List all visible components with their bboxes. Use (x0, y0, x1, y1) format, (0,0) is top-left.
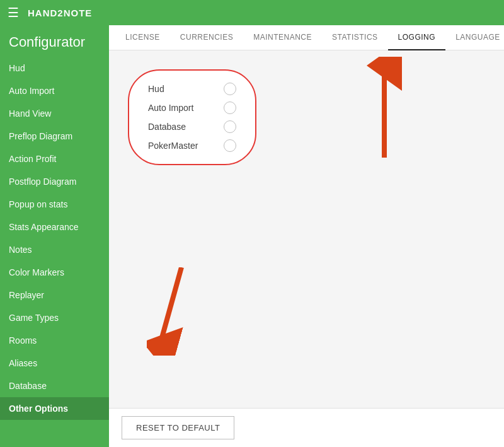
logging-row-hud: Hud (148, 79, 236, 98)
main-layout: Configurator Hud Auto Import Hand View P… (0, 25, 504, 447)
tab-logging[interactable]: LOGGING (388, 25, 446, 50)
sidebar-item-color-markers[interactable]: Color Markers (0, 261, 109, 284)
content-area: LICENSE CURRENCIES MAINTENANCE STATISTIC… (109, 25, 504, 447)
arrow-down-indicator (147, 267, 197, 357)
toggle-pokermaster[interactable] (224, 139, 236, 152)
sidebar-item-stats-appearance[interactable]: Stats Appearance (0, 216, 109, 238)
tab-currencies[interactable]: CURRENCIES (170, 25, 243, 50)
sidebar-item-other-options[interactable]: Other Options (0, 397, 109, 420)
sidebar-item-auto-import[interactable]: Auto Import (0, 79, 109, 102)
app-title: HAND2NOTE (28, 8, 92, 18)
tab-language[interactable]: LANGUAGE (445, 25, 504, 50)
tab-maintenance[interactable]: MAINTENANCE (243, 25, 322, 50)
logging-label-pokermaster: PokerMaster (148, 141, 211, 151)
sidebar-item-preflop-diagram[interactable]: Preflop Diagram (0, 125, 109, 148)
tab-license[interactable]: LICENSE (115, 25, 170, 50)
topbar: ☰ HAND2NOTE (0, 0, 504, 25)
bottom-bar: RESET TO DEFAULT (109, 408, 504, 447)
tab-content-logging: Hud Auto Import Database PokerMaster (109, 50, 504, 408)
sidebar-item-notes[interactable]: Notes (0, 238, 109, 261)
logging-row-pokermaster: PokerMaster (148, 136, 236, 155)
svg-line-3 (159, 267, 181, 347)
reset-to-default-button[interactable]: RESET TO DEFAULT (122, 416, 234, 439)
logging-label-database: Database (148, 122, 211, 132)
logging-options-box: Hud Auto Import Database PokerMaster (128, 69, 256, 165)
tab-statistics[interactable]: STATISTICS (322, 25, 388, 50)
arrow-up-indicator (365, 57, 403, 160)
sidebar-item-hud[interactable]: Hud (0, 57, 109, 79)
sidebar-item-replayer[interactable]: Replayer (0, 284, 109, 306)
tabs: LICENSE CURRENCIES MAINTENANCE STATISTIC… (109, 25, 504, 50)
logging-label-auto-import: Auto Import (148, 103, 211, 113)
sidebar-item-action-profit[interactable]: Action Profit (0, 148, 109, 170)
sidebar-item-rooms[interactable]: Rooms (0, 329, 109, 352)
toggle-auto-import[interactable] (224, 102, 236, 114)
logging-label-hud: Hud (148, 84, 211, 94)
logging-row-auto-import: Auto Import (148, 98, 236, 117)
sidebar-item-postflop-diagram[interactable]: Postflop Diagram (0, 170, 109, 193)
logging-row-database: Database (148, 117, 236, 136)
menu-icon[interactable]: ☰ (8, 5, 19, 20)
sidebar-item-aliases[interactable]: Aliases (0, 352, 109, 374)
sidebar: Configurator Hud Auto Import Hand View P… (0, 25, 109, 447)
sidebar-item-hand-view[interactable]: Hand View (0, 102, 109, 125)
sidebar-heading: Configurator (0, 25, 109, 57)
sidebar-item-popup-on-stats[interactable]: Popup on stats (0, 193, 109, 216)
toggle-database[interactable] (224, 120, 236, 133)
sidebar-item-database[interactable]: Database (0, 374, 109, 397)
sidebar-item-game-types[interactable]: Game Types (0, 306, 109, 329)
toggle-hud[interactable] (224, 83, 236, 95)
